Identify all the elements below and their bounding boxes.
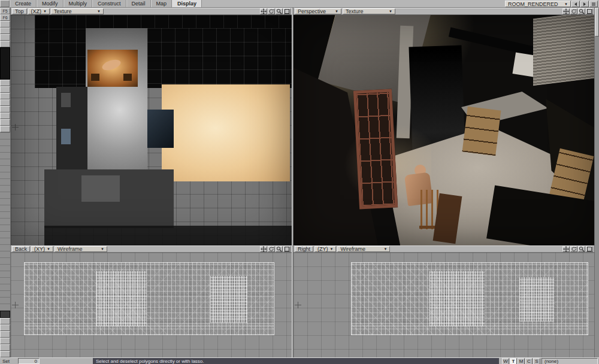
right-scrollbar[interactable] bbox=[594, 8, 599, 357]
scrollbar-thumb[interactable] bbox=[595, 8, 599, 37]
toolbar-cell[interactable] bbox=[0, 41, 10, 47]
scene-prev-button[interactable] bbox=[571, 1, 580, 7]
pan-button[interactable] bbox=[562, 8, 570, 14]
tab-modify[interactable]: Modify bbox=[37, 0, 63, 7]
menu-spacer bbox=[202, 0, 505, 7]
toolbar-cell[interactable] bbox=[0, 351, 10, 357]
viewport-controls-br bbox=[562, 246, 593, 252]
toolbar-cell-dark[interactable] bbox=[0, 311, 10, 318]
tab-create[interactable]: Create bbox=[10, 0, 37, 7]
render-person-top bbox=[101, 57, 122, 72]
wireframe-mesh bbox=[351, 262, 588, 335]
tab-map[interactable]: Map bbox=[151, 0, 173, 7]
scene-next-button[interactable] bbox=[580, 1, 589, 7]
view-axes-dropdown-bl[interactable]: (XY) ▼ bbox=[31, 246, 53, 252]
toolbar-cell[interactable] bbox=[0, 324, 10, 331]
zoom-button[interactable] bbox=[578, 8, 585, 14]
view-type-dropdown-tr[interactable]: Perspective ▼ bbox=[295, 8, 341, 14]
view-type-label-bl[interactable]: Back bbox=[12, 246, 30, 252]
viewport-bottom-left[interactable] bbox=[11, 253, 292, 357]
render-mode-dropdown-bl[interactable]: Wireframe ▼ bbox=[55, 246, 107, 252]
rotate-icon bbox=[571, 8, 577, 14]
view-type-text: Top bbox=[15, 8, 24, 14]
maximize-button[interactable] bbox=[586, 8, 593, 14]
toolbar-cell[interactable] bbox=[0, 331, 10, 338]
dropdown-arrow-icon: ▼ bbox=[43, 10, 47, 13]
axis-indicator bbox=[12, 124, 19, 131]
render-mode-text: Texture bbox=[346, 8, 387, 14]
app-menu-button[interactable] bbox=[0, 0, 10, 7]
dropdown-arrow-icon: ▼ bbox=[330, 247, 334, 251]
render-mode-text: Wireframe bbox=[58, 246, 99, 252]
rotate-icon bbox=[268, 246, 274, 252]
tab-detail[interactable]: Detail bbox=[126, 0, 151, 7]
zoom-button[interactable] bbox=[276, 246, 283, 252]
render-person-group bbox=[405, 163, 459, 245]
scene-selector-dropdown[interactable]: ROOM_RENDERED ▼ bbox=[505, 1, 571, 7]
view-type-label-br[interactable]: Right bbox=[295, 246, 313, 252]
viewport-top-left[interactable] bbox=[11, 15, 292, 245]
view-type-label-tl[interactable]: Top bbox=[12, 8, 27, 14]
tab-construct[interactable]: Construct bbox=[92, 0, 126, 7]
render-mode-dropdown-br[interactable]: Wireframe ▼ bbox=[337, 246, 390, 252]
render-mode-text: Texture bbox=[54, 8, 95, 14]
pan-button[interactable] bbox=[260, 246, 267, 252]
pan-button[interactable] bbox=[260, 8, 267, 14]
zoom-button[interactable] bbox=[276, 8, 283, 14]
maximize-button[interactable] bbox=[283, 246, 291, 252]
vertex-map-mode-c[interactable]: C bbox=[525, 358, 533, 364]
vertex-map-mode-s[interactable]: S bbox=[533, 358, 540, 364]
rotate-button[interactable] bbox=[268, 246, 275, 252]
pan-icon bbox=[261, 8, 267, 14]
maximize-button[interactable] bbox=[283, 8, 291, 14]
dropdown-arrow-icon: ▼ bbox=[389, 10, 392, 13]
selection-count-value: 0 bbox=[18, 358, 40, 364]
toolbar-cell[interactable] bbox=[0, 99, 10, 106]
rotate-button[interactable] bbox=[268, 8, 275, 14]
dropdown-arrow-icon: ▼ bbox=[97, 10, 101, 13]
render-kitchen-counter bbox=[56, 87, 87, 172]
toolbar-cell[interactable] bbox=[0, 318, 10, 324]
view-axes-dropdown-tl[interactable]: (XZ) ▼ bbox=[28, 8, 50, 14]
viewport-bottom-right[interactable] bbox=[294, 253, 594, 357]
toolbar-cell[interactable] bbox=[0, 113, 10, 119]
toolbar-cell[interactable] bbox=[0, 93, 10, 99]
vertex-map-selector[interactable]: (none) bbox=[541, 358, 598, 364]
toolbar-cell[interactable] bbox=[0, 344, 10, 351]
view-type-text: Perspective bbox=[298, 8, 333, 14]
tab-display[interactable]: Display bbox=[172, 0, 202, 7]
viewport-header-top-left: Top (XZ) ▼ Texture ▼ bbox=[11, 8, 292, 15]
rotate-button[interactable] bbox=[570, 8, 577, 14]
toolbar-cell[interactable] bbox=[0, 338, 10, 344]
toolbar-cell-f5[interactable]: F5 bbox=[0, 8, 10, 14]
toolbar-cell[interactable] bbox=[0, 34, 10, 41]
toolbar-cell[interactable] bbox=[0, 28, 10, 34]
scene-selector-value: ROOM_RENDERED bbox=[508, 1, 562, 7]
render-mode-dropdown-tr[interactable]: Texture ▼ bbox=[343, 8, 395, 14]
toolbar-cell[interactable] bbox=[0, 126, 10, 132]
toolbar-cell[interactable] bbox=[0, 119, 10, 126]
rotate-button[interactable] bbox=[570, 246, 577, 252]
toolbar-cell[interactable] bbox=[0, 80, 10, 86]
zoom-button[interactable] bbox=[578, 246, 585, 252]
viewport-splitter[interactable] bbox=[292, 8, 294, 357]
render-chair bbox=[123, 74, 132, 81]
vertex-map-mode-m[interactable]: M bbox=[518, 358, 525, 364]
menu-list-button[interactable] bbox=[589, 1, 598, 7]
view-axes-dropdown-br[interactable]: (ZY) ▼ bbox=[314, 246, 336, 252]
toolbar-cell[interactable] bbox=[0, 21, 10, 28]
toolbar-cell[interactable] bbox=[0, 106, 10, 113]
vertex-map-mode-t[interactable]: T bbox=[510, 358, 517, 364]
vertex-map-mode-w[interactable]: W bbox=[502, 358, 509, 364]
render-mode-dropdown-tl[interactable]: Texture ▼ bbox=[51, 8, 104, 14]
viewport-controls-tl bbox=[260, 8, 291, 14]
render-ceiling-tiles bbox=[86, 15, 292, 28]
pan-button[interactable] bbox=[562, 246, 570, 252]
toolbar-cell[interactable] bbox=[0, 86, 10, 93]
viewport-controls-tr bbox=[562, 8, 593, 14]
tab-multiply[interactable]: Multiply bbox=[63, 0, 93, 7]
toolbar-cell-f6[interactable]: F6 bbox=[0, 14, 10, 21]
viewport-top-right[interactable] bbox=[294, 15, 594, 245]
maximize-button[interactable] bbox=[586, 246, 593, 252]
render-fridge-top bbox=[147, 110, 174, 148]
